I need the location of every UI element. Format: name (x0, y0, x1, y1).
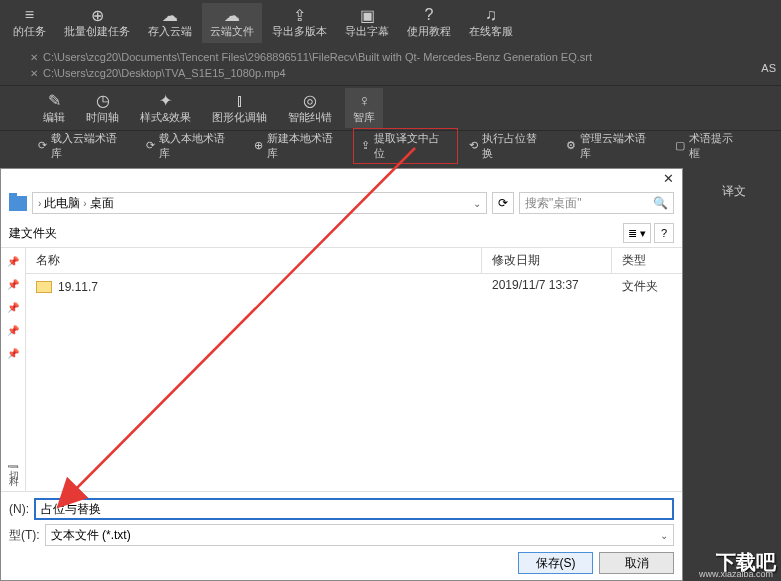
new-local-glossary-button[interactable]: ⊕新建本地术语库 (246, 128, 351, 164)
chevron-down-icon[interactable]: ⌄ (473, 198, 481, 209)
list-item[interactable]: 19.11.7 2019/11/7 13:37 文件夹 (26, 274, 682, 299)
breadcrumb[interactable]: › 此电脑 › 桌面 ⌄ (32, 192, 487, 214)
chart-icon: ⫿ (236, 92, 244, 110)
export-icon: ⇪ (293, 6, 306, 24)
file-tabs: ✕C:\Users\zcg20\Documents\Tencent Files\… (0, 45, 781, 85)
batch-create-button[interactable]: ⊕批量创建任务 (56, 3, 138, 43)
manage-cloud-label: 管理云端术语库 (580, 131, 656, 161)
translate-panel-button[interactable]: 译文 (686, 168, 781, 215)
timeline-button[interactable]: ◷时间轴 (78, 88, 127, 128)
export-subtitle-label: 导出字幕 (345, 24, 389, 39)
smart-lib-label: 智库 (353, 110, 375, 125)
close-icon[interactable]: ✕ (30, 52, 38, 63)
watermark-url: www.xiazaiba.com (699, 569, 773, 579)
pin-icon[interactable]: 📌 (7, 348, 19, 359)
view-mode-button[interactable]: ≣ ▾ (623, 223, 651, 243)
file-list: 名称 修改日期 类型 19.11.7 2019/11/7 13:37 文件夹 (26, 248, 682, 491)
pin-icon[interactable]: 📌 (7, 279, 19, 290)
pin-icon[interactable]: 📌 (7, 256, 19, 267)
dialog-close-button[interactable]: ✕ (663, 171, 674, 186)
tasks-label: 的任务 (13, 24, 46, 39)
online-service-label: 在线客服 (469, 24, 513, 39)
column-date-header[interactable]: 修改日期 (482, 248, 612, 273)
breadcrumb-desktop[interactable]: 桌面 (90, 195, 114, 212)
execute-replace-label: 执行占位替换 (482, 131, 547, 161)
search-icon: 🔍 (653, 196, 668, 210)
file-tab-1[interactable]: ✕C:\Users\zcg20\Documents\Tencent Files\… (30, 49, 751, 65)
search-input[interactable]: 搜索"桌面" 🔍 (519, 192, 674, 214)
load-local-label: 载入本地术语库 (159, 131, 235, 161)
gear-icon: ⚙ (566, 139, 576, 152)
column-type-header[interactable]: 类型 (612, 248, 682, 273)
headset-icon: ♫ (485, 6, 497, 24)
load-cloud-glossary-button[interactable]: ⟳载入云端术语库 (30, 128, 135, 164)
target-icon: ◎ (303, 92, 317, 110)
export-multi-label: 导出多版本 (272, 24, 327, 39)
import-icon: ⟳ (146, 139, 155, 152)
filename-input[interactable] (34, 498, 674, 520)
subtitle-icon: ▣ (360, 6, 375, 24)
save-cloud-button[interactable]: ☁存入云端 (140, 3, 200, 43)
refresh-button[interactable]: ⟳ (492, 192, 514, 214)
dialog-sidebar: 📌 📌 📌 📌 📌 一切 [科 (1, 248, 26, 491)
replace-icon: ⟲ (469, 139, 478, 152)
new-folder-button[interactable]: 建文件夹 (9, 225, 57, 242)
pin-icon[interactable]: 📌 (7, 325, 19, 336)
as-label: AS (761, 62, 776, 74)
load-local-glossary-button[interactable]: ⟳载入本地术语库 (138, 128, 243, 164)
pin-icon[interactable]: 📌 (7, 302, 19, 313)
help-button[interactable]: ? (654, 223, 674, 243)
manage-cloud-glossary-button[interactable]: ⚙管理云端术语库 (558, 128, 664, 164)
extract-placeholder-button[interactable]: ⇪提取译文中占位 (353, 128, 458, 164)
sidebar-quick-label: 一切 [科 (6, 462, 20, 468)
smart-correct-button[interactable]: ◎智能纠错 (280, 88, 340, 128)
search-placeholder: 搜索"桌面" (525, 195, 582, 212)
breadcrumb-pc[interactable]: 此电脑 (44, 195, 80, 212)
download-icon: ⟳ (38, 139, 47, 152)
bulb-icon: ♀ (358, 92, 370, 110)
online-service-button[interactable]: ♫在线客服 (461, 3, 521, 43)
save-cloud-label: 存入云端 (148, 24, 192, 39)
glossary-hint-label: 术语提示框 (689, 131, 743, 161)
filetype-value: 文本文件 (*.txt) (51, 527, 131, 544)
export-subtitle-button[interactable]: ▣导出字幕 (337, 3, 397, 43)
smart-lib-button[interactable]: ♀智库 (345, 88, 383, 128)
help-icon: ? (425, 6, 434, 24)
tutorial-label: 使用教程 (407, 24, 451, 39)
new-local-label: 新建本地术语库 (267, 131, 343, 161)
edit-label: 编辑 (43, 110, 65, 125)
brush-icon: ✦ (159, 92, 172, 110)
box-icon: ▢ (675, 139, 685, 152)
export-multi-button[interactable]: ⇪导出多版本 (264, 3, 335, 43)
visual-adjust-button[interactable]: ⫿图形化调轴 (204, 88, 275, 128)
chevron-right-icon: › (83, 198, 86, 209)
load-cloud-label: 载入云端术语库 (51, 131, 127, 161)
cloud-files-button[interactable]: ☁云端文件 (202, 3, 262, 43)
save-button[interactable]: 保存(S) (518, 552, 593, 574)
plus-icon: ⊕ (91, 6, 104, 24)
cancel-button[interactable]: 取消 (599, 552, 674, 574)
filetype-select[interactable]: 文本文件 (*.txt) ⌄ (45, 524, 674, 546)
smart-correct-label: 智能纠错 (288, 110, 332, 125)
file-tab-2[interactable]: ✕C:\Users\zcg20\Desktop\TVA_S1E15_1080p.… (30, 65, 751, 81)
style-fx-label: 样式&效果 (140, 110, 191, 125)
pencil-icon: ✎ (48, 92, 61, 110)
execute-replace-button[interactable]: ⟲执行占位替换 (461, 128, 555, 164)
extract-placeholder-label: 提取译文中占位 (374, 131, 450, 161)
save-dialog: ✕ › 此电脑 › 桌面 ⌄ ⟳ 搜索"桌面" 🔍 建文件夹 ≣ ▾ ? 📌 📌… (0, 168, 683, 581)
tasks-icon: ≡ (25, 6, 34, 24)
cloud-down-icon: ☁ (224, 6, 240, 24)
column-name-header[interactable]: 名称 (26, 248, 482, 273)
close-icon[interactable]: ✕ (30, 68, 38, 79)
edit-button[interactable]: ✎编辑 (35, 88, 73, 128)
style-fx-button[interactable]: ✦样式&效果 (132, 88, 199, 128)
visual-adjust-label: 图形化调轴 (212, 110, 267, 125)
glossary-hint-button[interactable]: ▢术语提示框 (667, 128, 751, 164)
plus-icon: ⊕ (254, 139, 263, 152)
tutorial-button[interactable]: ?使用教程 (399, 3, 459, 43)
chevron-down-icon: ⌄ (660, 530, 668, 541)
filetype-label: 型(T): (9, 527, 40, 544)
tasks-button[interactable]: ≡的任务 (5, 3, 54, 43)
item-date: 2019/11/7 13:37 (482, 276, 612, 297)
filename-label: (N): (9, 502, 29, 516)
